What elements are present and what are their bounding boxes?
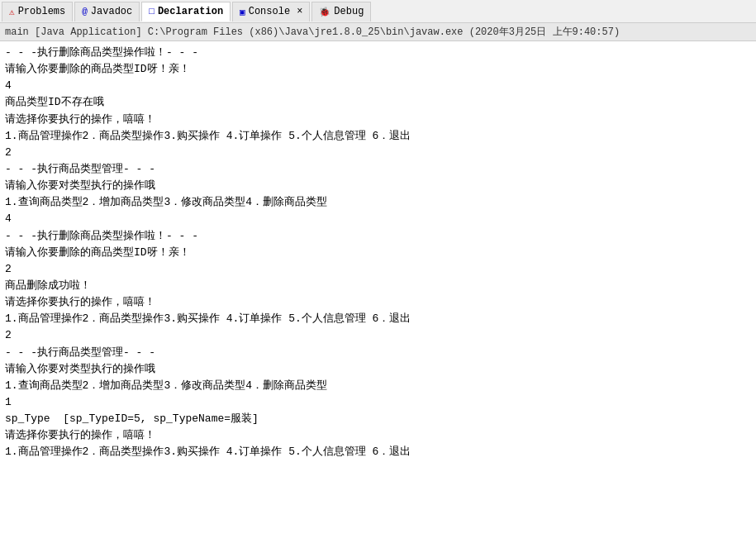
tab-console[interactable]: ▣Console× — [232, 2, 310, 21]
declaration-label: Declaration — [158, 6, 223, 17]
tab-problems[interactable]: ⚠Problems — [2, 2, 73, 21]
declaration-icon: □ — [149, 7, 155, 17]
console-line: 4 — [5, 211, 751, 227]
tab-debug[interactable]: 🐞Debug — [311, 2, 371, 21]
console-line: 1 — [5, 394, 751, 411]
debug-label: Debug — [334, 6, 364, 17]
tab-javadoc[interactable]: @Javadoc — [74, 2, 140, 21]
console-line: 请选择你要执行的操作，嘻嘻！ — [5, 294, 751, 311]
console-line: 4 — [5, 78, 751, 94]
console-line: - - -执行删除商品类型操作啦！- - - — [5, 228, 751, 245]
console-line: 请选择你要执行的操作，嘻嘻！ — [5, 427, 751, 444]
console-icon: ▣ — [240, 7, 245, 17]
console-line: 请选择你要执行的操作，嘻嘻！ — [5, 112, 751, 128]
console-line: 1.查询商品类型2．增加商品类型3．修改商品类型4．删除商品类型 — [5, 378, 751, 394]
console-line: 请输入你要删除的商品类型ID呀！亲！ — [5, 61, 751, 78]
console-line: 1.商品管理操作2．商品类型操作3.购买操作 4.订单操作 5.个人信息管理 6… — [5, 128, 751, 145]
console-line: 1.商品管理操作2．商品类型操作3.购买操作 4.订单操作 5.个人信息管理 6… — [5, 311, 751, 327]
console-line: 商品类型ID不存在哦 — [5, 94, 751, 111]
problems-icon: ⚠ — [9, 7, 15, 17]
console-close-icon[interactable]: × — [297, 6, 302, 17]
console-area[interactable]: - - -执行删除商品类型操作啦！- - -请输入你要删除的商品类型ID呀！亲！… — [0, 41, 756, 548]
console-line: 请输入你要对类型执行的操作哦 — [5, 178, 751, 194]
console-line: 请输入你要删除的商品类型ID呀！亲！ — [5, 245, 751, 261]
console-label: Console — [249, 6, 290, 17]
console-line: 请输入你要对类型执行的操作哦 — [5, 361, 751, 378]
console-line: 1.查询商品类型2．增加商品类型3．修改商品类型4．删除商品类型 — [5, 194, 751, 211]
console-line: - - -执行商品类型管理- - - — [5, 345, 751, 361]
problems-label: Problems — [18, 6, 66, 17]
tab-bar: ⚠Problems@Javadoc□Declaration▣Console×🐞D… — [0, 0, 756, 23]
console-line: - - -执行删除商品类型操作啦！- - - — [5, 45, 751, 61]
console-line: 2 — [5, 261, 751, 278]
javadoc-label: Javadoc — [91, 6, 132, 17]
tab-declaration[interactable]: □Declaration — [141, 2, 231, 21]
console-line: 商品删除成功啦！ — [5, 278, 751, 294]
javadoc-icon: @ — [82, 7, 88, 17]
console-line: 2 — [5, 145, 751, 161]
status-text: main [Java Application] C:\Program Files… — [5, 25, 620, 39]
status-bar: main [Java Application] C:\Program Files… — [0, 23, 756, 41]
console-line: 2 — [5, 327, 751, 344]
console-line: - - -执行商品类型管理- - - — [5, 161, 751, 178]
console-line: sp_Type [sp_TypeID=5, sp_TypeName=服装] — [5, 411, 751, 427]
debug-icon: 🐞 — [319, 7, 330, 17]
console-line: 1.商品管理操作2．商品类型操作3.购买操作 4.订单操作 5.个人信息管理 6… — [5, 444, 751, 460]
